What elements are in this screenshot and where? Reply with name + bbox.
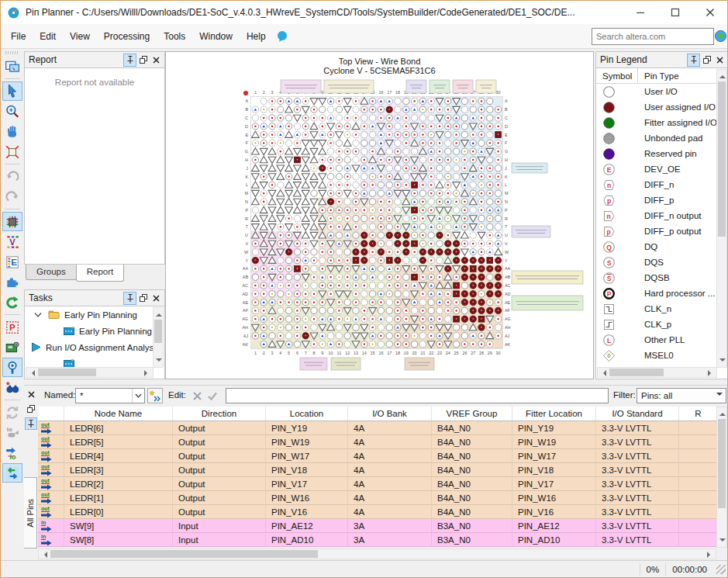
package-pin[interactable]	[386, 223, 392, 230]
package-pin[interactable]	[436, 190, 443, 196]
package-pin[interactable]	[294, 282, 300, 289]
package-pin[interactable]	[327, 333, 333, 339]
package-pin[interactable]	[428, 333, 434, 339]
package-pin[interactable]	[411, 165, 417, 171]
package-pin[interactable]	[495, 165, 501, 171]
package-pin[interactable]	[369, 115, 375, 121]
package-pin[interactable]	[470, 257, 476, 263]
package-pin[interactable]	[487, 165, 493, 171]
package-pin[interactable]	[395, 131, 401, 137]
float-panel-icon[interactable]	[136, 292, 150, 305]
package-pin[interactable]	[378, 316, 384, 322]
package-pin[interactable]	[478, 140, 485, 146]
package-pin[interactable]	[378, 182, 384, 188]
package-pin[interactable]	[285, 232, 292, 238]
package-pin[interactable]	[336, 282, 342, 289]
package-pin[interactable]	[269, 291, 275, 297]
cell-vref-group[interactable]: B3A_N0	[432, 533, 512, 547]
package-pin[interactable]	[361, 282, 367, 289]
package-pin[interactable]	[478, 115, 485, 121]
package-pin[interactable]	[445, 182, 451, 188]
package-pin[interactable]	[294, 140, 300, 146]
cell-io-standard[interactable]: 3.3-V LVTTL	[596, 421, 679, 435]
package-pin[interactable]	[278, 333, 284, 339]
cell-vref-group[interactable]: B4A_N0	[432, 435, 512, 449]
package-pin[interactable]	[495, 257, 501, 263]
package-pin[interactable]	[327, 157, 333, 163]
package-pin[interactable]	[470, 157, 476, 163]
package-pin[interactable]	[495, 148, 501, 154]
package-pin[interactable]	[411, 333, 417, 339]
package-pin[interactable]	[260, 333, 267, 339]
package-pin[interactable]	[403, 140, 409, 146]
package-pin[interactable]	[336, 215, 342, 221]
package-pin[interactable]	[461, 115, 468, 121]
package-pin[interactable]	[353, 249, 359, 255]
package-pin[interactable]	[419, 232, 426, 238]
package-pin[interactable]	[495, 106, 501, 112]
package-pin[interactable]	[386, 232, 392, 238]
package-pin[interactable]	[487, 223, 493, 230]
package-pin[interactable]	[454, 316, 460, 322]
cell-node-name[interactable]: LEDR[5]	[64, 435, 173, 449]
package-pin[interactable]	[419, 291, 426, 297]
package-pin[interactable]	[278, 223, 284, 230]
package-pin[interactable]	[487, 207, 493, 213]
tab-groups[interactable]: Groups	[26, 265, 77, 280]
package-pin[interactable]	[386, 258, 392, 264]
package-pin[interactable]	[369, 190, 375, 196]
package-pin[interactable]	[403, 115, 409, 121]
package-pin[interactable]	[470, 106, 476, 112]
package-pin[interactable]	[436, 157, 443, 163]
package-pin[interactable]	[428, 207, 434, 213]
package-pin[interactable]	[487, 182, 493, 188]
package-pin[interactable]	[344, 316, 350, 322]
package-pin[interactable]	[445, 173, 451, 179]
package-pin[interactable]	[403, 131, 409, 137]
package-pin[interactable]	[260, 190, 267, 196]
cell-fitter-location[interactable]: PIN_V16	[512, 505, 596, 519]
chip-planner-tool[interactable]	[2, 337, 22, 357]
cell-io-bank[interactable]: 4A	[348, 477, 432, 491]
package-pin[interactable]	[403, 274, 409, 280]
cell-io-bank[interactable]: 4A	[348, 435, 432, 449]
package-pin[interactable]	[478, 241, 485, 247]
package-pin[interactable]	[294, 131, 300, 137]
package-pin[interactable]	[353, 241, 359, 247]
chat-bubble-icon[interactable]	[276, 30, 288, 43]
close-panel-icon[interactable]	[713, 54, 726, 67]
package-pin[interactable]	[395, 98, 401, 104]
package-pin[interactable]	[445, 98, 451, 104]
package-pin[interactable]	[428, 257, 434, 263]
package-pin[interactable]	[294, 241, 300, 247]
package-pin[interactable]	[478, 249, 485, 255]
package-pin[interactable]	[436, 223, 443, 230]
package-pin[interactable]	[428, 165, 434, 171]
package-pin[interactable]	[411, 98, 417, 104]
package-pin[interactable]	[395, 299, 401, 305]
pad-view-tool[interactable]: P	[2, 317, 22, 337]
cell-vref-group[interactable]: B4A_N0	[432, 477, 512, 491]
package-pin[interactable]	[386, 316, 392, 322]
package-pin[interactable]	[395, 115, 401, 121]
package-pin[interactable]	[411, 341, 417, 347]
package-pin[interactable]	[395, 274, 401, 280]
package-pin[interactable]	[344, 165, 350, 171]
package-pin[interactable]	[445, 307, 451, 313]
package-pin[interactable]	[453, 140, 459, 146]
zoom-tool-tool[interactable]	[2, 102, 22, 121]
package-pin[interactable]	[487, 98, 493, 104]
package-pin[interactable]	[436, 173, 443, 179]
package-pin[interactable]	[327, 199, 333, 205]
package-pin[interactable]	[470, 98, 476, 104]
package-pin[interactable]	[403, 182, 409, 188]
cell-io-standard[interactable]: 3.3-V LVTTL	[596, 491, 679, 505]
package-pin[interactable]	[285, 282, 292, 289]
package-pin[interactable]	[311, 282, 317, 289]
package-pin[interactable]	[285, 307, 292, 313]
package-pin[interactable]	[470, 148, 476, 154]
package-pin[interactable]	[252, 157, 258, 163]
package-pin[interactable]	[361, 140, 367, 146]
package-pin[interactable]	[411, 131, 417, 137]
package-pin[interactable]	[302, 131, 309, 137]
